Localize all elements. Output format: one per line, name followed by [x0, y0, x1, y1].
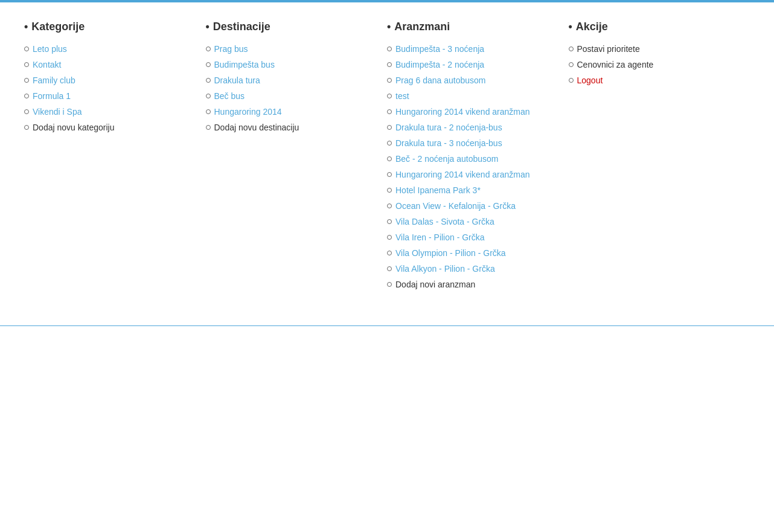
bullet-icon: • [387, 21, 391, 33]
list-item: Vila Alkyon - Pilion - Grčka [387, 264, 557, 274]
list-item: Cenovnici za agente [569, 60, 738, 69]
link-vila-dalas---sivota---grčka[interactable]: Vila Dalas - Sivota - Grčka [395, 217, 494, 226]
link-vila-olympion---pilion---grčka[interactable]: Vila Olympion - Pilion - Grčka [395, 248, 506, 258]
link-prag-6-dana-autobusom[interactable]: Prag 6 dana autobusom [395, 75, 485, 85]
link-ocean-view---kefalonija---grčka[interactable]: Ocean View - Kefalonija - Grčka [395, 201, 516, 211]
link-family-club[interactable]: Family club [33, 75, 75, 85]
link-dodaj-novi-aranzman[interactable]: Dodaj novi aranzman [395, 280, 475, 289]
list-aranzmani: Budimpešta - 3 noćenjaBudimpešta - 2 noć… [387, 44, 557, 289]
list-item: Vila Iren - Pilion - Grčka [387, 232, 557, 242]
list-item: Leto plus [24, 44, 194, 54]
header-label-kategorije: Kategorije [31, 21, 85, 33]
link-logout[interactable]: Logout [577, 75, 603, 85]
circle-icon [387, 46, 392, 51]
bottom-divider [0, 325, 774, 326]
list-item: Beč bus [206, 91, 376, 101]
circle-icon [206, 62, 211, 67]
circle-icon [24, 109, 29, 114]
circle-icon [387, 172, 392, 177]
list-item: Dodaj novu destinaciju [206, 123, 376, 132]
circle-icon [569, 46, 574, 51]
circle-icon [24, 125, 29, 130]
circle-icon [387, 78, 392, 83]
circle-icon [206, 109, 211, 114]
list-item: Formula 1 [24, 91, 194, 101]
circle-icon [387, 94, 392, 98]
circle-icon [569, 78, 574, 83]
circle-icon [24, 46, 29, 51]
link-dodaj-novu-destinaciju[interactable]: Dodaj novu destinaciju [214, 123, 299, 132]
link-formula-1[interactable]: Formula 1 [33, 91, 71, 101]
list-item: Budimpešta bus [206, 60, 376, 69]
header-label-akcije: Akcije [576, 21, 608, 33]
link-beč---2-noćenja-autobusom[interactable]: Beč - 2 noćenja autobusom [395, 154, 498, 164]
list-item: Hungaroring 2014 vikend aranžman [387, 170, 557, 179]
bullet-icon: • [24, 21, 28, 33]
circle-icon [387, 282, 392, 287]
list-akcije: Postavi prioriteteCenovnici za agenteLog… [569, 44, 738, 85]
column-aranzmani: • AranzmaniBudimpešta - 3 noćenjaBudimpe… [387, 21, 569, 295]
link-drakula-tura---3-noćenja-bus[interactable]: Drakula tura - 3 noćenja-bus [395, 138, 502, 148]
circle-icon [206, 46, 211, 51]
link-beč-bus[interactable]: Beč bus [214, 91, 245, 101]
link-hungaroring-2014-vikend-aranžman[interactable]: Hungaroring 2014 vikend aranžman [395, 107, 530, 117]
circle-icon [387, 188, 392, 193]
list-item: Drakula tura [206, 75, 376, 85]
link-vila-alkyon---pilion---grčka[interactable]: Vila Alkyon - Pilion - Grčka [395, 264, 495, 274]
link-test[interactable]: test [395, 91, 409, 101]
circle-icon [387, 266, 392, 271]
circle-icon [387, 109, 392, 114]
link-kontakt[interactable]: Kontakt [33, 60, 61, 69]
list-item: Budimpešta - 3 noćenja [387, 44, 557, 54]
main-container: • KategorijeLeto plusKontaktFamily clubF… [0, 2, 774, 313]
header-kategorije: • Kategorije [24, 21, 194, 33]
header-aranzmani: • Aranzmani [387, 21, 557, 33]
bullet-icon: • [569, 21, 572, 33]
circle-icon [387, 251, 392, 255]
list-item: Vila Olympion - Pilion - Grčka [387, 248, 557, 258]
link-hungaroring-2014-vikend-aranžman[interactable]: Hungaroring 2014 vikend aranžman [395, 170, 530, 179]
list-item: test [387, 91, 557, 101]
list-item: Family club [24, 75, 194, 85]
link-budimpešta---2-noćenja[interactable]: Budimpešta - 2 noćenja [395, 60, 484, 69]
list-item: Logout [569, 75, 738, 85]
link-postavi-prioritete[interactable]: Postavi prioritete [577, 44, 640, 54]
link-hotel-ipanema-park-3*[interactable]: Hotel Ipanema Park 3* [395, 185, 481, 195]
circle-icon [387, 141, 392, 146]
list-item: Vikendi i Spa [24, 107, 194, 117]
header-akcije: • Akcije [569, 21, 738, 33]
list-item: Hotel Ipanema Park 3* [387, 185, 557, 195]
list-item: Prag 6 dana autobusom [387, 75, 557, 85]
link-vila-iren---pilion---grčka[interactable]: Vila Iren - Pilion - Grčka [395, 232, 485, 242]
link-drakula-tura---2-noćenja-bus[interactable]: Drakula tura - 2 noćenja-bus [395, 123, 502, 132]
header-destinacije: • Destinacije [206, 21, 376, 33]
list-item: Budimpešta - 2 noćenja [387, 60, 557, 69]
header-label-aranzmani: Aranzmani [394, 21, 450, 33]
list-destinacije: Prag busBudimpešta busDrakula turaBeč bu… [206, 44, 376, 132]
list-item: Hungaroring 2014 vikend aranžman [387, 107, 557, 117]
link-budimpešta-bus[interactable]: Budimpešta bus [214, 60, 275, 69]
list-item: Kontakt [24, 60, 194, 69]
link-budimpešta---3-noćenja[interactable]: Budimpešta - 3 noćenja [395, 44, 484, 54]
link-prag-bus[interactable]: Prag bus [214, 44, 248, 54]
bullet-icon: • [206, 21, 209, 33]
link-cenovnici-za-agente[interactable]: Cenovnici za agente [577, 60, 654, 69]
list-item: Beč - 2 noćenja autobusom [387, 154, 557, 164]
circle-icon [387, 204, 392, 208]
list-item: Dodaj novi aranzman [387, 280, 557, 289]
list-item: Vila Dalas - Sivota - Grčka [387, 217, 557, 226]
list-item: Drakula tura - 2 noćenja-bus [387, 123, 557, 132]
column-destinacije: • DestinacijePrag busBudimpešta busDraku… [206, 21, 388, 295]
link-drakula-tura[interactable]: Drakula tura [214, 75, 260, 85]
link-dodaj-novu-kategoriju[interactable]: Dodaj novu kategoriju [33, 123, 114, 132]
list-item: Hungaroring 2014 [206, 107, 376, 117]
circle-icon [387, 125, 392, 130]
circle-icon [387, 235, 392, 240]
list-item: Ocean View - Kefalonija - Grčka [387, 201, 557, 211]
list-item: Prag bus [206, 44, 376, 54]
link-vikendi-i-spa[interactable]: Vikendi i Spa [33, 107, 82, 117]
link-leto-plus[interactable]: Leto plus [33, 44, 67, 54]
column-kategorije: • KategorijeLeto plusKontaktFamily clubF… [24, 21, 206, 295]
link-hungaroring-2014[interactable]: Hungaroring 2014 [214, 107, 282, 117]
circle-icon [206, 78, 211, 83]
